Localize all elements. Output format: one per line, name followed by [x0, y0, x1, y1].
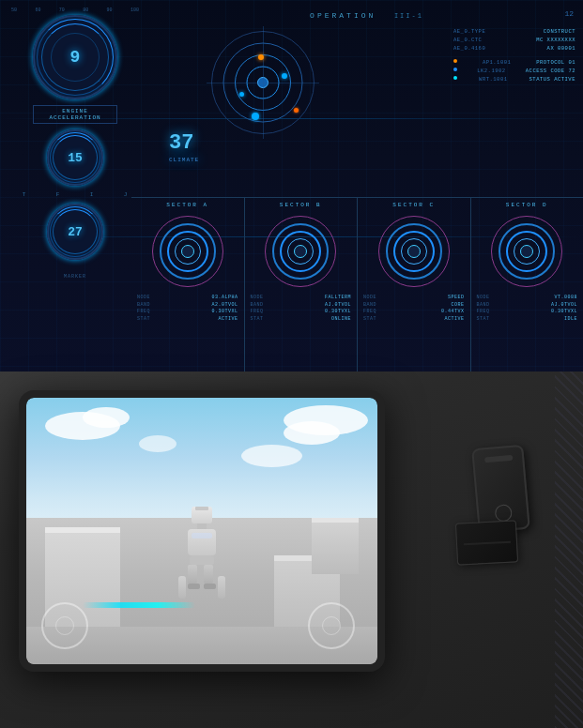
hud-label-j: J — [124, 191, 129, 198]
gauge-main: 9 — [33, 15, 117, 99]
hud-labels: T F I J — [8, 191, 143, 198]
gauge-secondary-value: 15 — [68, 151, 83, 165]
sector-b-row-3: STATONLINE — [251, 316, 352, 322]
right-val-4: ACCESS CODE 72 — [526, 68, 575, 74]
sector-a-row-3: STATACTIVE — [137, 316, 238, 322]
gauge-tertiary-value: 27 — [68, 225, 83, 239]
right-data-row-1: AE_0.CTC MC XXXXXXXX — [453, 37, 575, 43]
cyan-path-glow — [83, 602, 195, 608]
monitor-display: 50 60 70 80 90 100 9 ENGINE ACCELERATION… — [0, 0, 583, 394]
robot-upper-body — [178, 529, 225, 555]
sector-d-gauge — [489, 214, 564, 289]
operation-code: III-1 — [394, 12, 423, 20]
sector-b-row-0: NODEFALLTERM — [251, 295, 352, 300]
right-data-row-3: AP1.1001 PROTOCOL 01 — [453, 59, 575, 66]
sector-b-row-1: BANDAJ.0TVOL — [251, 302, 352, 308]
right-key-5: WRT.1001 — [479, 76, 507, 83]
robot-hips — [190, 555, 214, 565]
sector-c-gauge — [376, 214, 452, 289]
tick-70: 70 — [59, 8, 65, 13]
desk-area — [0, 372, 583, 728]
radar-dot-1 — [258, 54, 264, 60]
robot-figure — [178, 505, 225, 589]
sector-d-data: NODEVT.0088 BANDAJ.0TVOL FREQ0.30TVXL ST… — [473, 295, 582, 323]
sector-a-label: SECTOR A — [166, 202, 208, 208]
right-data-row-0: AE_0.TYPE CONSTRUCT — [453, 28, 575, 35]
tick-80: 80 — [83, 8, 88, 13]
top-right-number: 12 — [564, 9, 574, 18]
sector-b-row-2: FREQ0.30TVXL — [251, 309, 352, 314]
right-key-4: LK2.1902 — [477, 68, 505, 74]
sector-a-row-1: BANDA2.0TVOL — [137, 302, 238, 308]
sector-b-gauge — [263, 214, 338, 289]
cloud-6 — [241, 445, 302, 467]
tablet-device — [19, 390, 385, 672]
right-data-row-4: LK2.1902 ACCESS CODE 72 — [453, 68, 575, 74]
sector-d-row-2: FREQ0.30TVXL — [477, 309, 578, 314]
right-val-3: PROTOCOL 01 — [536, 59, 575, 66]
robot-torso — [188, 529, 216, 555]
joystick-left[interactable] — [41, 602, 88, 649]
right-val-2: AX 00001 — [547, 45, 575, 52]
tick-90: 90 — [107, 8, 113, 13]
sector-c-row-3: STATACTIVE — [363, 316, 465, 322]
status-dot-2 — [453, 76, 457, 80]
sector-d-ring-center — [520, 245, 533, 258]
status-dot-1 — [453, 68, 457, 71]
hud-left-panel: 50 60 70 80 90 100 9 ENGINE ACCELERATION… — [0, 0, 150, 394]
gauge-main-value: 9 — [70, 48, 81, 67]
sector-d-row-3: STATIDLE — [477, 316, 578, 322]
border-pattern — [555, 372, 583, 728]
status-dot-0 — [453, 59, 457, 63]
robot-arms — [178, 576, 225, 599]
tick-100: 100 — [130, 8, 139, 13]
radar-line-vertical — [263, 26, 264, 139]
sector-c-row-0: NODESPEED — [363, 295, 465, 300]
sector-c: SECTOR C NODESPEED BANDCORE FREQ0.44TVX — [358, 198, 471, 394]
radar-dot-2 — [282, 73, 287, 79]
platform-block-top-right — [312, 518, 359, 574]
sector-d: SECTOR D NODEVT.0088 BANDAJ.0TVOL FREQ0.… — [471, 198, 584, 394]
desk-wallet — [455, 520, 518, 565]
right-key-0: AE_0.TYPE — [453, 28, 485, 35]
center-number: 37 — [169, 131, 199, 155]
right-data-row-5: WRT.1001 STATUS ACTIVE — [453, 76, 575, 83]
operation-header: OPERATION III-1 — [150, 6, 583, 23]
gauge-sub-label: MARKER — [64, 274, 86, 280]
sector-b-data: NODEFALLTERM BANDAJ.0TVOL FREQ0.30TVXL S… — [247, 295, 356, 323]
sector-c-row-1: BANDCORE — [363, 302, 465, 308]
gauge-secondary: 15 — [47, 129, 103, 186]
joystick-right[interactable] — [308, 602, 355, 649]
right-key-1: AE_0.CTC — [453, 37, 482, 43]
cloud-5 — [139, 435, 176, 452]
hud-label-f: F — [56, 191, 61, 198]
robot-arm-right — [218, 576, 225, 599]
gauge-tertiary: 27 — [47, 204, 103, 260]
sector-b-ring-center — [294, 245, 307, 258]
sector-b-label: SECTOR B — [280, 202, 322, 208]
sector-c-ring-center — [407, 245, 421, 258]
right-val-1: MC XXXXXXXX — [536, 37, 575, 43]
hud-right-data: AE_0.TYPE CONSTRUCT AE_0.CTC MC XXXXXXXX… — [453, 28, 575, 84]
sector-d-row-0: NODEVT.0088 — [477, 295, 578, 300]
radar-widget — [207, 26, 319, 139]
sector-b: SECTOR B NODEFALLTERM BANDAJ.0TVOL FREQ0… — [245, 198, 359, 394]
radar-dot-4 — [294, 108, 299, 113]
right-key-3: AP1.1001 — [483, 59, 511, 66]
cloud-2 — [83, 407, 130, 428]
sector-a-row-0: NODE03.ALPHA — [137, 295, 238, 300]
engine-label: ENGINE ACCELERATION — [33, 105, 117, 124]
right-val-0: CONSTRUCT — [544, 28, 575, 35]
hud-label-t: T — [23, 191, 27, 198]
robot-head — [192, 507, 212, 523]
radar-dot-hex — [252, 113, 259, 120]
sector-a-data: NODE03.ALPHA BANDA2.0TVOL FREQ0.30TVXL S… — [133, 295, 242, 323]
sector-c-row-2: FREQ0.44TVX — [363, 309, 465, 314]
right-data-row-2: AE_0.4160 AX 00001 — [453, 45, 575, 52]
radar-dot-3 — [239, 92, 244, 97]
sector-a-ring-center — [181, 245, 194, 258]
sector-c-data: NODESPEED BANDCORE FREQ0.44TVX STATACTIV… — [360, 295, 468, 323]
center-sub-label: CLIMATE — [169, 157, 199, 163]
sector-d-row-1: BANDAJ.0TVOL — [477, 302, 578, 308]
cloud-4 — [284, 405, 368, 435]
